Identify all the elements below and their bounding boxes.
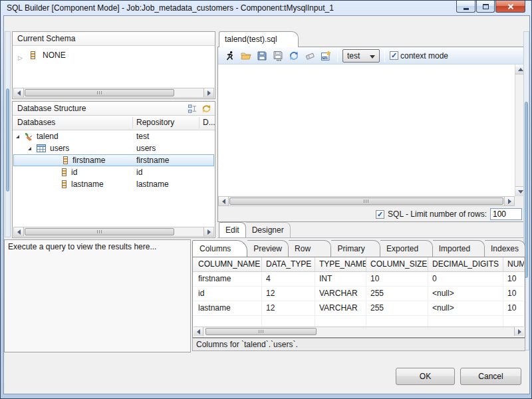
table-row[interactable]: firstname 4 INT 10 0 10 [193, 272, 525, 287]
minimize-icon [464, 8, 469, 10]
tree-item-firstname[interactable]: firstname firstname [13, 154, 214, 166]
ok-button[interactable]: OK [396, 368, 455, 385]
scrollbar-thumb[interactable] [25, 228, 174, 235]
header-decimal-digits[interactable]: DECIMAL_DIGITS [428, 257, 503, 271]
sql-text-area[interactable] [218, 65, 515, 196]
cell: <null> [428, 301, 503, 315]
scroll-left-arrow[interactable] [14, 88, 24, 97]
sql-limit-checkbox[interactable] [376, 210, 384, 219]
left-vertical-scrollbar[interactable] [5, 31, 11, 237]
save-as-button[interactable] [271, 49, 285, 63]
maximize-button[interactable] [476, 1, 495, 13]
refresh-structure-button[interactable] [201, 104, 211, 114]
table-row[interactable]: lastname 12 VARCHAR 255 <null> 10 [193, 301, 525, 316]
cell: 255 [366, 287, 428, 301]
collapse-arrow-icon[interactable] [18, 53, 23, 62]
tree-item-label: lastname [71, 178, 104, 190]
left-scrollbar-thumb[interactable] [6, 88, 9, 192]
refresh-button[interactable] [287, 49, 301, 63]
cancel-button[interactable]: Cancel [460, 368, 521, 385]
context-mode-checkbox[interactable] [390, 51, 398, 60]
cell: 10 [503, 301, 525, 315]
column-header-databases[interactable]: Databases [17, 116, 55, 130]
minimize-button[interactable] [456, 1, 475, 13]
run-query-button[interactable] [223, 49, 237, 63]
tab-row-count[interactable]: Row Count [289, 240, 331, 257]
column-icon [31, 51, 35, 59]
header-column-size[interactable]: COLUMN_SIZE [366, 257, 428, 271]
database-structure-panel: Database Structure Databases Repository … [12, 101, 215, 238]
scrollbar-thumb[interactable] [25, 89, 174, 96]
db-connection-icon [24, 132, 33, 142]
cell: <null> [428, 287, 503, 301]
header-column-name[interactable]: COLUMN_NAME [193, 257, 262, 271]
close-icon [507, 3, 515, 11]
context-mode-label: context mode [400, 51, 448, 61]
tree-item-id[interactable]: id id [13, 166, 215, 178]
tab-imported-keys[interactable]: Imported Keys [433, 240, 485, 257]
new-sql-editor-icon [321, 51, 331, 61]
window-title: SQL Builder [Component Mode] - Job:Job_m… [7, 3, 334, 13]
tab-indexes[interactable]: Indexes [485, 240, 525, 257]
table-filler-row [193, 316, 525, 327]
scroll-left-arrow[interactable] [14, 227, 24, 236]
window-controls [456, 1, 525, 13]
open-file-icon [241, 51, 251, 61]
cell: 4 [262, 272, 315, 286]
scrollbar-thumb[interactable] [205, 328, 317, 335]
scroll-right-arrow[interactable] [504, 197, 514, 205]
new-sql-editor-button[interactable] [319, 49, 332, 63]
expand-arrow-icon[interactable] [16, 135, 19, 138]
cell: firstname [193, 272, 262, 286]
collapse-tree-button[interactable] [188, 104, 198, 114]
refresh-gold-icon [201, 104, 211, 114]
column-header-repository[interactable]: Repository [136, 116, 174, 130]
tab-designer[interactable]: Designer [246, 222, 291, 237]
header-type-name[interactable]: TYPE_NAME [315, 257, 366, 271]
database-structure-hscrollbar[interactable] [13, 227, 214, 237]
column-header-d[interactable]: D... [203, 116, 215, 130]
scroll-left-arrow[interactable] [194, 327, 203, 336]
header-num[interactable]: NUM [503, 257, 525, 271]
connection-combo[interactable]: test [342, 49, 380, 63]
dialog-client-area: Current Schema NONE Database Structure [3, 15, 530, 394]
columns-table-hscrollbar[interactable] [194, 327, 524, 336]
expand-arrow-icon[interactable] [28, 147, 31, 150]
cell: VARCHAR [315, 287, 366, 301]
tree-item-none[interactable]: NONE [13, 50, 215, 62]
cell: 12 [262, 287, 315, 301]
row-limit-input[interactable] [490, 208, 522, 220]
scroll-left-arrow[interactable] [219, 197, 229, 205]
close-button[interactable] [495, 1, 525, 13]
eraser-icon [305, 51, 315, 61]
table-row[interactable]: id 12 VARCHAR 255 <null> 10 [193, 287, 525, 301]
titlebar[interactable]: SQL Builder [Component Mode] - Job:Job_m… [1, 1, 531, 15]
tree-item-lastname[interactable]: lastname lastname [13, 178, 215, 190]
tab-exported-keys[interactable]: Exported Keys [380, 240, 433, 257]
collapse-tree-icon [188, 104, 198, 114]
scrollbar-thumb[interactable] [229, 198, 503, 205]
scroll-right-arrow[interactable] [514, 327, 524, 336]
sql-horizontal-scrollbar[interactable] [218, 196, 515, 206]
cell: 10 [503, 287, 525, 301]
current-schema-panel: Current Schema NONE [12, 31, 215, 99]
tab-columns[interactable]: Columns [192, 240, 247, 257]
cell: id [193, 287, 262, 301]
cell: 0 [428, 272, 503, 286]
tree-item-talend[interactable]: talend test [13, 130, 215, 142]
scroll-right-arrow[interactable] [203, 88, 213, 97]
current-schema-hscrollbar[interactable] [13, 88, 214, 98]
save-button[interactable] [255, 49, 269, 63]
tree-item-repository: test [136, 130, 149, 142]
tab-edit[interactable]: Edit [219, 222, 246, 237]
clear-query-button[interactable] [303, 49, 317, 63]
tree-item-users[interactable]: users users [13, 142, 215, 154]
tab-primary-keys[interactable]: Primary Keys [331, 240, 380, 257]
open-file-button[interactable] [239, 49, 253, 63]
editor-file-tab-label: talend(test).sql [225, 35, 277, 44]
scroll-right-arrow[interactable] [203, 227, 213, 236]
editor-file-tab[interactable]: talend(test).sql [219, 31, 299, 47]
toolbar-separator [337, 50, 338, 62]
tab-preview[interactable]: Preview [247, 240, 289, 257]
header-data-type[interactable]: DATA_TYPE [262, 257, 315, 271]
